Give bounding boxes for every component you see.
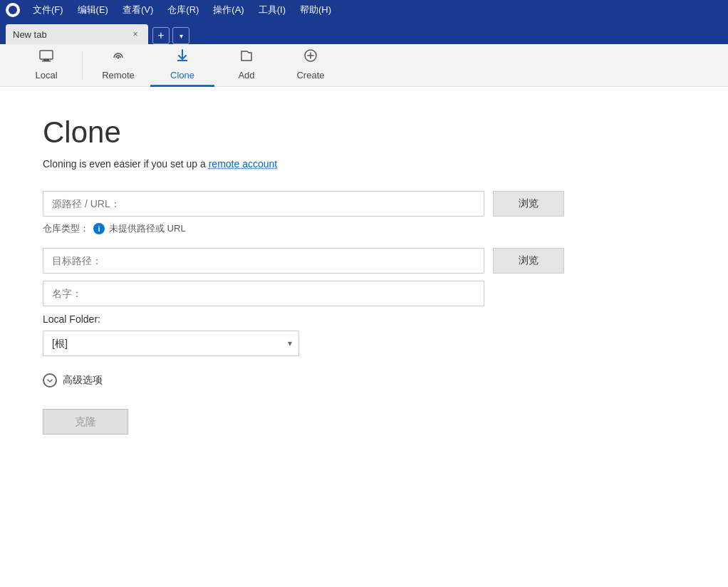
browse-dest-button[interactable]: 浏览 — [493, 248, 564, 274]
nav-remote-label: Remote — [102, 70, 135, 80]
source-input[interactable] — [43, 191, 484, 217]
app-logo — [6, 3, 20, 17]
source-row: 浏览 — [43, 191, 685, 217]
nav-separator-1 — [82, 51, 83, 80]
menu-file[interactable]: 文件(F) — [27, 2, 69, 18]
repo-type-label: 仓库类型： — [43, 222, 89, 235]
remote-icon — [110, 48, 126, 67]
svg-rect-1 — [43, 59, 49, 61]
nav-create-label: Create — [296, 70, 324, 80]
remote-account-link[interactable]: remote account — [209, 158, 278, 170]
dest-input[interactable] — [43, 248, 484, 274]
nav-add[interactable]: Add — [214, 44, 279, 87]
menu-bar: 文件(F) 编辑(E) 查看(V) 仓库(R) 操作(A) 工具(I) 帮助(H… — [0, 0, 728, 20]
nav-remote[interactable]: Remote — [86, 44, 150, 87]
info-icon[interactable]: i — [93, 223, 105, 234]
main-content: Clone Cloning is even easier if you set … — [0, 87, 728, 587]
nav-clone-label: Clone — [170, 70, 194, 80]
advanced-toggle-icon — [43, 373, 57, 388]
create-icon — [303, 48, 318, 67]
menu-repo[interactable]: 仓库(R) — [162, 2, 204, 18]
svg-rect-0 — [40, 51, 53, 59]
name-input[interactable] — [43, 281, 484, 306]
add-icon — [239, 48, 254, 67]
tab-close-button[interactable]: × — [130, 28, 141, 40]
svg-point-3 — [118, 57, 120, 59]
active-tab[interactable]: New tab × — [6, 24, 148, 44]
nav-bar: Local Remote Clone Add — [0, 44, 728, 87]
repo-type-value: 未提供路径或 URL — [109, 222, 186, 235]
nav-clone[interactable]: Clone — [150, 44, 214, 87]
local-folder-select[interactable]: [根] — [43, 331, 299, 356]
advanced-options-row[interactable]: 高级选项 — [43, 373, 685, 388]
dest-row: 浏览 — [43, 248, 685, 274]
clone-icon — [175, 48, 190, 67]
menu-view[interactable]: 查看(V) — [117, 2, 159, 18]
browse-source-button[interactable]: 浏览 — [493, 191, 564, 217]
nav-local[interactable]: Local — [14, 44, 78, 87]
tab-bar: New tab × + ▾ — [0, 20, 728, 44]
tab-dropdown-button[interactable]: ▾ — [172, 27, 189, 44]
repo-type-row: 仓库类型： i 未提供路径或 URL — [43, 222, 685, 235]
menu-action[interactable]: 操作(A) — [207, 2, 249, 18]
menu-edit[interactable]: 编辑(E) — [72, 2, 114, 18]
advanced-options-label: 高级选项 — [63, 374, 103, 387]
local-folder-wrapper: [根] ▾ — [43, 331, 299, 356]
svg-rect-2 — [42, 61, 51, 62]
menu-tools[interactable]: 工具(I) — [253, 2, 291, 18]
nav-create[interactable]: Create — [279, 44, 343, 87]
tab-label: New tab — [13, 29, 47, 40]
clone-button[interactable]: 克隆 — [43, 409, 128, 435]
nav-add-label: Add — [238, 70, 254, 80]
page-title: Clone — [43, 115, 685, 150]
name-row — [43, 281, 685, 306]
nav-local-label: Local — [35, 70, 57, 80]
subtitle-text: Cloning is even easier if you set up a — [43, 158, 206, 170]
new-tab-button[interactable]: + — [152, 27, 170, 44]
menu-help[interactable]: 帮助(H) — [294, 2, 337, 18]
local-folder-label: Local Folder: — [43, 313, 685, 325]
clone-subtitle: Cloning is even easier if you set up a r… — [43, 158, 685, 170]
local-icon — [38, 48, 54, 67]
